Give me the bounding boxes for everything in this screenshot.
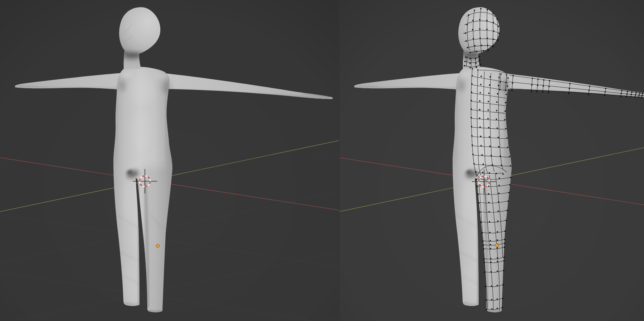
viewport-seam-divider bbox=[339, 0, 340, 321]
viewport-left-solid[interactable] bbox=[0, 0, 339, 321]
viewport-stage bbox=[0, 0, 644, 321]
viewport-right-edit[interactable] bbox=[339, 0, 644, 321]
viewport-vignette bbox=[339, 0, 644, 321]
3d-viewport-canvas[interactable] bbox=[0, 0, 644, 321]
viewport-vignette bbox=[0, 0, 339, 321]
object-origin-dot bbox=[496, 244, 499, 247]
object-origin-dot bbox=[156, 245, 160, 248]
